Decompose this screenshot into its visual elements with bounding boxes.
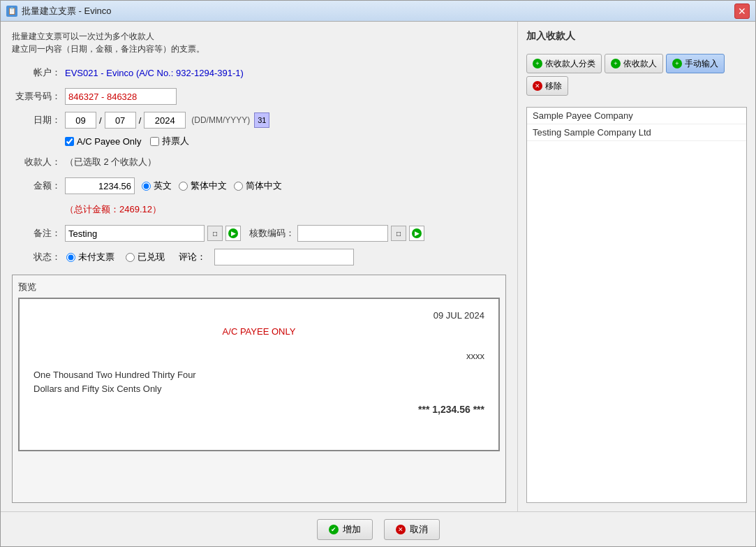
main-content: 批量建立支票可以一次过为多个收款人 建立同一内容（日期，金额，备注内容等）的支票… [1,22,755,511]
right-btn-row: + 依收款人分类 + 依收款人 + 手动输入 ✕ 移除 [526,54,747,96]
cheque-amount-words: One Thousand Two Hundred Thirty Four Dol… [34,368,484,395]
desc-line2: 建立同一内容（日期，金额，备注内容等）的支票。 [12,43,506,55]
by-payee-button[interactable]: + 依收款人 [605,54,663,73]
account-label: 帐户： [12,66,61,79]
comment-input[interactable] [214,249,354,265]
total-amount: （总计金额：2469.12） [65,203,161,216]
by-category-icon: + [533,59,542,68]
bearer-checkbox-item: 持票人 [150,135,189,147]
amount-group: 英文 繁体中文 简体中文 [65,177,282,194]
lang-simp-label: 简体中文 [246,180,282,192]
add-button[interactable]: ✔ 增加 [317,519,373,540]
right-panel-title: 加入收款人 [526,30,747,43]
remove-icon: ✕ [533,81,542,91]
lang-en-label: 英文 [154,180,172,192]
comment-label: 评论： [179,251,206,263]
payee-list: Sample Payee Company Testing Sample Comp… [526,107,747,503]
cheque-num-row: 支票号码： [12,87,506,105]
lang-radio-group: 英文 繁体中文 简体中文 [142,180,282,192]
cheque-preview: 09 JUL 2024 A/C PAYEE ONLY xxxx One Thou… [18,298,500,451]
total-suffix: ） [152,204,161,214]
amount-label: 金额： [12,180,61,192]
bearer-label: 持票人 [162,135,189,147]
by-payee-label: 依收款人 [623,58,657,70]
remark-group: □ ▶ 核数编码： □ ▶ [65,225,424,242]
cancel-label: 取消 [410,523,428,536]
remark-input[interactable] [65,225,205,242]
remark-btn1[interactable]: □ [207,226,223,241]
date-dd-input[interactable] [65,112,96,129]
by-payee-icon: + [611,59,621,68]
ref-btn2[interactable]: ▶ [409,226,424,241]
cheque-ac-payee: A/C PAYEE ONLY [34,326,484,337]
ref-btn1[interactable]: □ [391,226,406,241]
date-yyyy-input[interactable] [144,112,186,129]
add-icon: ✔ [329,525,339,534]
ac-payee-label: A/C Payee Only [77,136,142,147]
date-sep2: / [139,115,142,126]
preview-title: 预览 [18,281,500,293]
description: 批量建立支票可以一次过为多个收款人 建立同一内容（日期，金额，备注内容等）的支票… [12,30,506,55]
status-unpaid-item: 未付支票 [66,251,114,263]
cheque-words-line2: Dollars and Fifty Six Cents Only [34,382,484,396]
status-cashed-label: 已兑现 [138,251,165,263]
lang-en-radio[interactable] [142,182,151,191]
status-unpaid-label: 未付支票 [78,251,114,263]
date-mm-input[interactable] [105,112,136,129]
cheque-num-label: 支票号码： [12,90,61,103]
main-window: 📋 批量建立支票 - Evinco ✕ 批量建立支票可以一次过为多个收款人 建立… [0,0,756,547]
status-cashed-radio[interactable] [126,253,135,262]
status-unpaid-radio[interactable] [66,253,75,262]
date-format: (DD/MM/YYYY) [191,115,250,125]
by-category-label: 依收款人分类 [545,58,595,70]
cheque-num-input[interactable] [65,88,177,105]
total-label: （总计金额： [65,204,119,214]
preview-section: 预览 09 JUL 2024 A/C PAYEE ONLY xxxx One T… [12,275,506,503]
status-label: 状态： [12,251,61,263]
manual-label: 手动输入 [685,58,718,70]
calendar-button[interactable]: 31 [254,112,269,128]
payee-label: 收款人： [12,156,61,168]
amount-row: 金额： 英文 繁体中文 简体中文 [12,177,506,195]
lang-trad-label: 繁体中文 [191,180,227,192]
status-row: 状态： 未付支票 已兑现 评论： [12,248,506,266]
total-amount-row: （总计金额：2469.12） [12,200,506,219]
lang-simp-radio[interactable] [234,182,243,191]
cheque-amount-num: *** 1,234.56 *** [418,404,484,415]
ref-input[interactable] [297,225,388,242]
account-row: 帐户： EVS021 - Evinco (A/C No.: 932-1294-3… [12,64,506,82]
window-icon: 📋 [6,6,17,17]
close-button[interactable]: ✕ [734,3,750,19]
lang-trad-item: 繁体中文 [179,180,227,192]
remark-label: 备注： [12,227,61,240]
cancel-icon: ✕ [396,525,406,534]
right-panel: 加入收款人 + 依收款人分类 + 依收款人 + 手动输入 ✕ 移除 [518,22,755,511]
payee-info: （已选取 2 个收款人） [65,156,156,168]
total-value: 2469.12 [119,204,152,214]
ac-payee-checkbox-item: A/C Payee Only [65,136,142,147]
date-group: / / (DD/MM/YYYY) 31 [65,112,269,129]
bearer-checkbox[interactable] [150,137,159,146]
left-panel: 批量建立支票可以一次过为多个收款人 建立同一内容（日期，金额，备注内容等）的支票… [1,22,518,511]
status-cashed-item: 已兑现 [126,251,165,263]
amount-input[interactable] [65,177,135,194]
ref-green-icon: ▶ [412,228,422,238]
by-category-button[interactable]: + 依收款人分类 [526,54,602,73]
ac-payee-checkbox[interactable] [65,137,74,146]
cancel-button[interactable]: ✕ 取消 [384,519,440,540]
window-title: 批量建立支票 - Evinco [22,5,734,17]
list-item[interactable]: Sample Payee Company [527,108,746,124]
manual-input-button[interactable]: + 手动输入 [666,54,725,73]
account-value: EVS021 - Evinco (A/C No.: 932-1294-391-1… [65,68,244,78]
payee-row: 收款人： （已选取 2 个收款人） [12,153,506,171]
remove-button[interactable]: ✕ 移除 [526,76,568,96]
cheque-xxxx: xxxx [34,351,484,361]
ref-label: 核数编码： [249,227,295,240]
list-item[interactable]: Testing Sample Company Ltd [527,124,746,141]
lang-en-item: 英文 [142,180,172,192]
remark-btn2[interactable]: ▶ [225,226,241,241]
date-label: 日期： [12,114,61,126]
date-sep1: / [99,115,102,126]
lang-trad-radio[interactable] [179,182,188,191]
remove-label: 移除 [545,80,562,92]
